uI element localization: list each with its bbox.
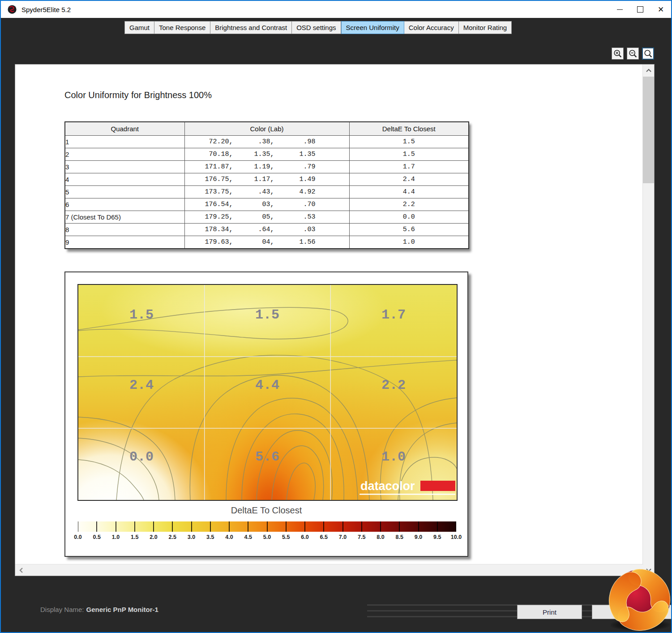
colorbar-tick-label: 3.0 xyxy=(188,534,195,540)
horizontal-scrollbar[interactable] xyxy=(15,564,643,576)
colorbar-tick xyxy=(323,521,324,532)
vertical-scrollbar-thumb[interactable] xyxy=(643,77,654,183)
colorbar-tick xyxy=(96,521,97,532)
spyder-app-icon xyxy=(7,4,17,14)
colorbar-tick-label: 10.0 xyxy=(451,534,462,540)
table-row: 7 (Closest To D65)179.25,05,.530.0 xyxy=(65,211,469,224)
tab-gamut[interactable]: Gamut xyxy=(124,21,154,34)
colorbar-tick xyxy=(134,521,135,532)
table-row: 4176.75,1.17,1.492.4 xyxy=(65,173,469,186)
cell-value: 4.4 xyxy=(255,378,279,393)
cell-value: 1.5 xyxy=(255,307,279,323)
colorbar-tick xyxy=(380,521,381,532)
display-name: Display Name:Generic PnP Monitor-1 xyxy=(40,606,158,613)
minimize-button[interactable] xyxy=(609,1,630,18)
table-row: 8178.34,.64,.035.6 xyxy=(65,224,469,236)
datacolor-red-block xyxy=(420,481,455,491)
uniformity-table: Quadrant Color (Lab) DeltaE To Closest 1… xyxy=(64,121,468,249)
colorbar-tick-label: 2.0 xyxy=(150,534,157,540)
magnifier-icon xyxy=(643,49,653,59)
zoom-toolbar xyxy=(612,47,654,60)
tab-brightness-and-contrast[interactable]: Brightness and Contrast xyxy=(210,21,292,34)
deltae-cell: 1.7 xyxy=(349,161,469,173)
tab-screen-uniformity[interactable]: Screen Uniformity xyxy=(341,21,404,34)
colorbar-tick xyxy=(191,521,192,532)
quadrant-cell: 7 (Closest To D65) xyxy=(65,211,184,224)
colorbar-tick-labels: 0.00.51.01.52.02.53.03.54.04.55.05.56.06… xyxy=(78,534,456,542)
deltae-cell: 4.4 xyxy=(349,186,469,198)
col-header-color-lab: Color (Lab) xyxy=(184,122,349,136)
quadrant-cell: 8 xyxy=(65,224,184,236)
colorbar-tick-label: 7.5 xyxy=(358,534,365,540)
colorbar-tick xyxy=(153,521,154,532)
colorbar-tick xyxy=(456,521,456,532)
tab-color-accuracy[interactable]: Color Accuracy xyxy=(404,21,459,34)
window-controls: ✕ xyxy=(609,1,671,18)
deltae-cell: 1.5 xyxy=(349,136,469,148)
print-button-label: Print xyxy=(543,608,556,616)
colorbar-tick xyxy=(229,521,230,532)
colorbar-tick-label: 7.0 xyxy=(339,534,347,540)
deltae-cell: 0.0 xyxy=(349,211,469,224)
colorbar-tick xyxy=(78,521,78,532)
tab-osd-settings[interactable]: OSD settings xyxy=(292,21,341,34)
lab-cell: 72.20,.38,.98 xyxy=(184,136,349,148)
colorbar-title: DeltaE To Closest xyxy=(65,505,467,516)
zoom-out-button[interactable] xyxy=(627,47,639,60)
lab-cell: 176.75,1.17,1.49 xyxy=(184,173,349,186)
lab-cell: 179.63,04,1.56 xyxy=(184,236,349,249)
cell-value: 0.0 xyxy=(129,449,154,465)
deltae-cell: 2.4 xyxy=(349,173,469,186)
lab-cell: 171.87,1.19,.79 xyxy=(184,161,349,173)
deltae-cell: 1.0 xyxy=(349,236,469,249)
col-header-deltae: DeltaE To Closest xyxy=(349,122,469,136)
maximize-icon xyxy=(637,6,643,13)
display-name-label: Display Name: xyxy=(40,606,84,613)
colorbar-tick xyxy=(172,521,173,532)
cell-value: 1.7 xyxy=(381,307,406,323)
vertical-scrollbar[interactable] xyxy=(642,65,654,576)
zoom-fit-button[interactable] xyxy=(642,47,654,60)
contour-plot-box: 1.5 1.5 1.7 2.4 4.4 2.2 0.0 5.6 1.0 data… xyxy=(64,271,468,557)
colorbar-tick xyxy=(267,521,268,532)
deltae-cell: 2.2 xyxy=(349,198,469,211)
quadrant-cell: 1 xyxy=(65,136,184,148)
quadrant-cell: 9 xyxy=(65,236,184,249)
colorbar-tick-label: 0.0 xyxy=(74,534,81,540)
table-row: 5173.75,.43,4.924.4 xyxy=(65,186,469,198)
spyder-ball-logo xyxy=(608,567,672,633)
quadrant-cell: 5 xyxy=(65,186,184,198)
table-row: 172.20,.38,.981.5 xyxy=(65,136,469,148)
table-header-row: Quadrant Color (Lab) DeltaE To Closest xyxy=(65,122,469,136)
tab-tone-response[interactable]: Tone Response xyxy=(154,21,210,34)
datacolor-wordmark: datacolor xyxy=(360,479,415,493)
tab-monitor-rating[interactable]: Monitor Rating xyxy=(459,21,512,34)
zoom-in-button[interactable] xyxy=(612,47,624,60)
close-button[interactable]: ✕ xyxy=(651,1,671,18)
scroll-up-button[interactable] xyxy=(643,65,654,76)
colorbar-tick-label: 3.5 xyxy=(206,534,214,540)
cell-value: 1.0 xyxy=(381,449,406,465)
cell-value: 2.4 xyxy=(129,378,154,393)
quadrant-cell: 6 xyxy=(65,198,184,211)
close-icon: ✕ xyxy=(658,6,664,13)
colorbar-tick-label: 1.0 xyxy=(112,534,120,540)
window-title: Spyder5Elite 5.2 xyxy=(21,6,71,13)
maximize-button[interactable] xyxy=(630,1,651,18)
tab-bar: GamutTone ResponseBrightness and Contras… xyxy=(124,21,512,34)
colorbar-tick xyxy=(399,521,400,532)
colorbar-tick-label: 6.5 xyxy=(320,534,328,540)
lab-cell: 70.18,1.35,1.35 xyxy=(184,148,349,161)
chevron-left-icon xyxy=(19,567,23,573)
lab-cell: 176.54,03,.70 xyxy=(184,198,349,211)
cell-value: 2.2 xyxy=(381,378,406,393)
print-button[interactable]: Print xyxy=(517,605,582,619)
colorbar-tick xyxy=(286,521,287,532)
title-bar: Spyder5Elite 5.2 ✕ xyxy=(1,1,671,18)
colorbar-tick-label: 8.0 xyxy=(377,534,384,540)
magnifier-plus-icon xyxy=(613,49,623,59)
colorbar-tick-label: 8.5 xyxy=(396,534,403,540)
contour-heatmap: 1.5 1.5 1.7 2.4 4.4 2.2 0.0 5.6 1.0 data… xyxy=(77,284,458,501)
report-panel: Color Uniformity for Brightness 100% Qua… xyxy=(15,64,655,576)
colorbar-tick xyxy=(437,521,438,532)
